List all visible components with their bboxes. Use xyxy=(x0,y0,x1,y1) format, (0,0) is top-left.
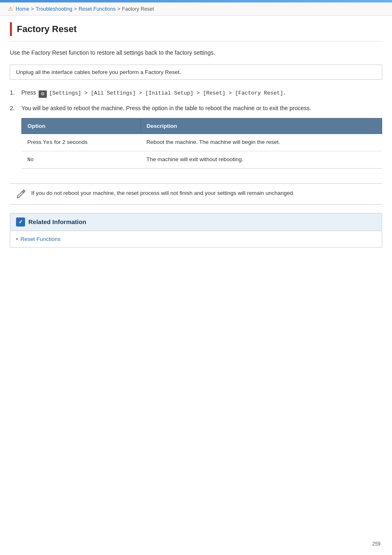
note-box: If you do not reboot your machine, the r… xyxy=(10,183,382,205)
page-title-accent-bar xyxy=(10,22,12,36)
table-cell-desc-yes: Reboot the machine. The machine will beg… xyxy=(141,134,382,151)
table-cell-desc-no: The machine will exit without rebooting. xyxy=(141,151,382,168)
table-header-row: Option Description xyxy=(22,118,382,134)
table-row-no: No The machine will exit without rebooti… xyxy=(22,151,382,168)
step-1: 1. Press [Settings] > [All Settings] > [… xyxy=(10,88,382,98)
step-2-text: You will be asked to reboot the machine.… xyxy=(21,105,311,111)
warning-box: Unplug all the interface cables before y… xyxy=(10,65,382,80)
settings-icon xyxy=(39,90,47,98)
step-2-number: 2. xyxy=(10,104,21,113)
related-link-item: Reset Functions xyxy=(16,236,376,242)
breadcrumb-home[interactable]: Home xyxy=(16,6,29,12)
table-cell-option-yes: Press Yes for 2 seconds xyxy=(22,134,141,151)
home-icon: ⚠ xyxy=(8,6,13,12)
step-1-content: Press [Settings] > [All Settings] > [Ini… xyxy=(21,88,382,98)
step-1-prefix: Press xyxy=(21,89,38,96)
pencil-icon xyxy=(16,188,27,199)
step-2-content: You will be asked to reboot the machine.… xyxy=(21,104,382,175)
related-link-reset-functions[interactable]: Reset Functions xyxy=(21,236,61,242)
step-2: 2. You will be asked to reboot the machi… xyxy=(10,104,382,175)
related-section: Related Information Reset Functions xyxy=(10,213,382,247)
breadcrumb: ⚠ Home > Troubleshooting > Reset Functio… xyxy=(0,2,392,16)
warning-text: Unplug all the interface cables before y… xyxy=(16,69,181,75)
table-header-option: Option xyxy=(22,118,141,134)
related-title: Related Information xyxy=(28,218,86,225)
code-no: No xyxy=(28,157,34,163)
steps-list: 1. Press [Settings] > [All Settings] > [… xyxy=(10,88,382,175)
step-1-command: [Settings] > [All Settings] > [Initial S… xyxy=(49,90,286,96)
code-yes: Yes xyxy=(43,139,53,146)
breadcrumb-troubleshooting[interactable]: Troubleshooting xyxy=(36,6,72,12)
note-text: If you do not reboot your machine, the r… xyxy=(31,189,295,198)
intro-text: Use the Factory Reset function to restor… xyxy=(10,48,382,57)
page-title-wrapper: Factory Reset xyxy=(10,22,382,42)
check-icon xyxy=(16,217,25,227)
breadcrumb-reset-functions[interactable]: Reset Functions xyxy=(78,6,115,12)
step-1-number: 1. xyxy=(10,88,21,97)
breadcrumb-current: Factory Reset xyxy=(122,6,154,12)
table-header-description: Description xyxy=(141,118,382,134)
breadcrumb-sep-2: > xyxy=(74,6,77,12)
page-container: Factory Reset Use the Factory Reset func… xyxy=(0,16,392,264)
related-links-list: Reset Functions xyxy=(10,231,382,247)
table-row-yes: Press Yes for 2 seconds Reboot the machi… xyxy=(22,134,382,151)
table-cell-option-no: No xyxy=(22,151,141,168)
option-table: Option Description Press Yes for 2 secon… xyxy=(21,118,382,169)
breadcrumb-sep-1: > xyxy=(31,6,34,12)
breadcrumb-sep-3: > xyxy=(117,6,120,12)
related-header: Related Information xyxy=(10,213,382,231)
page-number: 259 xyxy=(372,541,380,547)
page-title: Factory Reset xyxy=(17,22,77,36)
